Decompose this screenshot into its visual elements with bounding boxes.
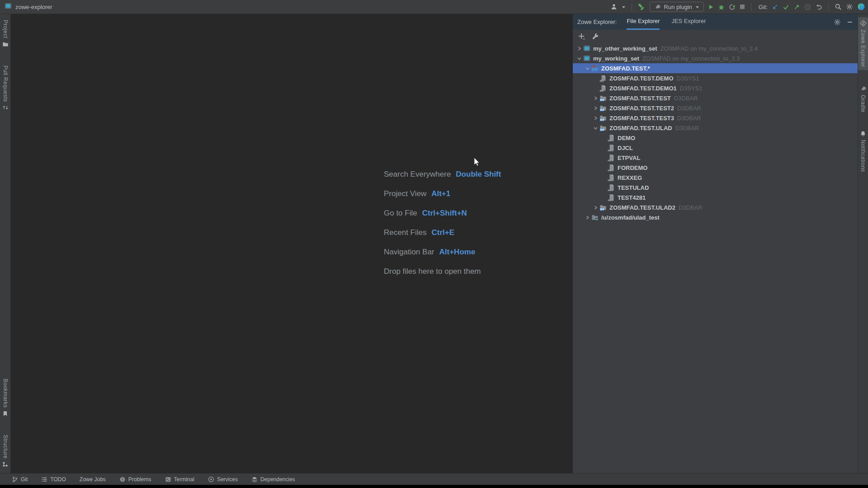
tree-row[interactable]: my_working_setZOSMFAD on my_connection_t… (573, 53, 858, 63)
tool-stripe-item-zowe-explorer[interactable]: Zowe Explorer (858, 17, 868, 70)
explorer-tabs: File ExplorerJES Explorer (627, 14, 706, 30)
toolbar-divider (751, 3, 751, 11)
svg-text:DS*: DS* (592, 68, 599, 72)
tree-row[interactable]: MEMREXXEG (573, 173, 858, 183)
tree-item-name: ZOSMFAD.TEST.TEST3 (609, 115, 674, 122)
shortcut-keys: Ctrl+E (431, 228, 454, 237)
svg-text:DS: DS (600, 118, 604, 121)
member-icon: MEM (608, 134, 615, 141)
build-hammer-icon[interactable] (638, 3, 646, 11)
tree-row[interactable]: DS*ZOSMFAD.TEST.* (573, 63, 858, 73)
tool-stripe-item-project[interactable]: Project (0, 17, 10, 50)
run-configuration-select[interactable]: Run plugin (650, 2, 704, 12)
history-button[interactable] (804, 4, 811, 10)
minimize-icon[interactable] (847, 19, 853, 25)
rollback-button[interactable] (815, 3, 822, 10)
caret-down-icon[interactable] (622, 5, 626, 9)
tab-jes-explorer[interactable]: JES Explorer (671, 14, 706, 30)
tool-stripe-label: Zowe Explorer (860, 29, 866, 67)
chevron-right-icon[interactable] (592, 114, 599, 122)
pds-folder-icon: DS (599, 114, 607, 122)
tree-row[interactable]: MEMTEST4281 (573, 192, 858, 202)
tree-item-name: my_working_set (593, 55, 639, 62)
tree-item-tag: ZOSMFAD on my_connection_to_2.4 (660, 45, 758, 52)
tool-stripe-item-bookmarks[interactable]: Bookmarks (0, 376, 10, 419)
tool-stripe-label: Bookmarks (2, 379, 9, 408)
tree-item-name: ETPVAL (618, 155, 640, 161)
svg-text:DS: DS (600, 208, 604, 211)
shortcut-label: Recent Files (384, 228, 426, 237)
chevron-right-icon[interactable] (584, 214, 591, 221)
profile-sphere-icon[interactable] (857, 3, 865, 11)
shortcut-hint: Search EverywhereDouble Shift (384, 164, 501, 184)
shortcut-keys: Double Shift (456, 170, 501, 179)
tree-row[interactable]: DSZOSMFAD.TEST.DEMOD3SYS1 (573, 73, 858, 83)
tree-row[interactable]: DSZOSMFAD.TEST.TEST2D3DBAR (573, 103, 858, 113)
statusbar-item-dependencies[interactable]: Dependencies (251, 476, 295, 483)
git-update-button[interactable] (772, 4, 778, 10)
chevron-spacer (600, 184, 608, 191)
chevron-down-icon[interactable] (584, 65, 591, 72)
tool-stripe-item-gradle[interactable]: Gradle (858, 83, 868, 115)
tree-row[interactable]: MEMTESTULAD (573, 183, 858, 192)
tree-item-name: ZOSMFAD.TEST.* (601, 65, 650, 72)
edit-wrench-button[interactable] (592, 33, 599, 40)
chevron-spacer (592, 75, 599, 82)
git-push-button[interactable] (793, 4, 800, 10)
statusbar-item-terminal[interactable]: Terminal (165, 476, 194, 483)
chevron-down-icon[interactable] (592, 124, 599, 131)
panel-gear-icon[interactable] (834, 19, 841, 26)
run-button[interactable] (708, 4, 714, 10)
tree-row[interactable]: MEMFORDEMO (573, 163, 858, 173)
statusbar-item-todo[interactable]: TODO (41, 476, 66, 483)
tree-item-tag: ZOSMFAD on my_connection_to_2.3 (642, 55, 740, 62)
chevron-right-icon[interactable] (592, 204, 599, 211)
statusbar-item-problems[interactable]: Problems (119, 476, 151, 483)
window-title: zowe-explorer (15, 4, 52, 10)
tool-stripe-item-pull-requests[interactable]: Pull Requests (0, 63, 10, 114)
tree-row[interactable]: DSZOSMFAD.TEST.TEST3D3DBAR (573, 113, 858, 123)
stop-button[interactable] (740, 4, 745, 9)
tree-item-name: DJCL (618, 145, 633, 151)
chevron-right-icon[interactable] (592, 94, 599, 102)
tree-item-name: ZOSMFAD.TEST.ULAD2 (609, 204, 675, 211)
search-everywhere-icon[interactable] (835, 3, 842, 10)
tree-row[interactable]: MEMETPVAL (573, 153, 858, 163)
settings-gear-icon[interactable] (846, 3, 853, 10)
user-icon[interactable] (610, 3, 618, 10)
coverage-button[interactable] (729, 4, 736, 10)
editor-area[interactable]: Search EverywhereDouble ShiftProject Vie… (11, 14, 573, 473)
statusbar-item-git[interactable]: Git (12, 476, 28, 483)
tree-row[interactable]: my_other_working_setZOSMFAD on my_connec… (573, 43, 858, 53)
tree-row[interactable]: /u/zosmfad/ulad_test (573, 212, 858, 222)
tree-row[interactable]: DSZOSMFAD.TEST.DEMO1D3SYS1 (573, 83, 858, 93)
member-icon: MEM (608, 144, 615, 151)
working-set-icon (583, 45, 590, 52)
git-label: Git: (759, 4, 768, 10)
tab-file-explorer[interactable]: File Explorer (627, 14, 660, 30)
statusbar-item-zowe-jobs[interactable]: Zowe Jobs (80, 476, 106, 483)
tool-stripe-item-structure[interactable]: Structure (0, 432, 10, 470)
svg-text:DS: DS (600, 108, 604, 111)
shortcut-hint: Recent FilesCtrl+E (384, 223, 501, 242)
tree-row[interactable]: DSZOSMFAD.TEST.ULAD2D3DBAR (573, 202, 858, 212)
shortcut-keys: Alt+1 (431, 189, 450, 198)
add-working-set-button[interactable] (578, 33, 585, 40)
tree-row[interactable]: DSZOSMFAD.TEST.ULADD3DBAR (573, 123, 858, 133)
chevron-right-icon[interactable] (592, 104, 599, 112)
svg-text:MEM: MEM (608, 169, 613, 171)
tree-row[interactable]: MEMDJCL (573, 143, 858, 153)
debug-button[interactable] (718, 4, 725, 10)
statusbar-item-services[interactable]: Services (208, 476, 238, 483)
tool-stripe-item-notifications[interactable]: Notifications (858, 128, 868, 175)
statusbar-item-label: Problems (128, 476, 151, 483)
svg-text:DS: DS (600, 99, 604, 101)
tree-row[interactable]: MEMDEMO (573, 133, 858, 143)
git-commit-button[interactable] (783, 4, 789, 10)
chevron-down-icon[interactable] (576, 55, 583, 62)
tree-row[interactable]: DSZOSMFAD.TEST.TESTD3DBAR (573, 93, 858, 103)
member-icon: MEM (608, 164, 615, 171)
statusbar-item-label: Services (217, 476, 238, 483)
tool-stripe-label: Structure (2, 435, 9, 459)
chevron-right-icon[interactable] (576, 45, 583, 52)
